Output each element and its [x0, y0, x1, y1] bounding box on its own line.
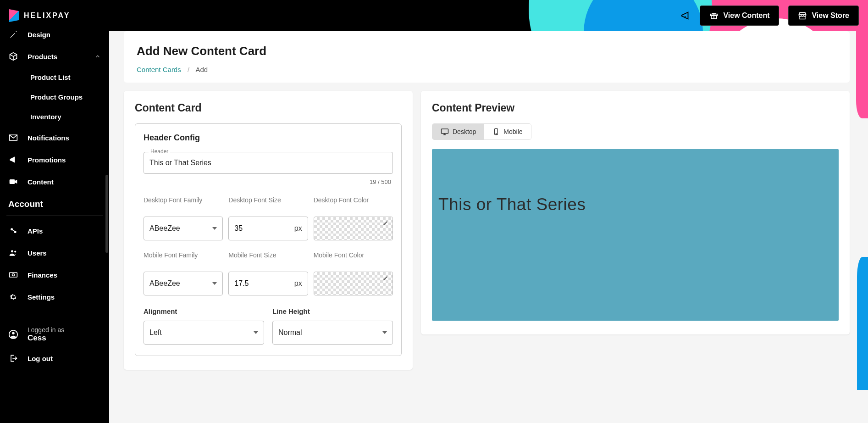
sidebar-item-promotions[interactable]: Promotions: [0, 149, 109, 171]
api-icon: [8, 226, 18, 236]
sidebar-item-inventory[interactable]: Inventory: [0, 107, 109, 127]
users-icon: [8, 248, 18, 258]
panel-title: Content Card: [135, 102, 402, 114]
svg-point-13: [496, 134, 497, 134]
header-input[interactable]: [149, 159, 387, 167]
mobile-font-color-label: Mobile Font Color: [314, 251, 393, 268]
announcements-icon[interactable]: [680, 11, 691, 21]
chevron-up-icon: [94, 53, 101, 60]
sidebar-scrollbar[interactable]: [105, 175, 108, 253]
sidebar-item-product-groups[interactable]: Product Groups: [0, 87, 109, 107]
svg-point-5: [11, 250, 13, 252]
mobile-font-size-input[interactable]: px: [228, 272, 308, 295]
view-content-button[interactable]: View Content: [700, 6, 779, 26]
video-icon: [8, 177, 18, 187]
header-label: Header: [149, 148, 170, 155]
mobile-font-family-label: Mobile Font Family: [144, 251, 223, 268]
chevron-down-icon: [212, 282, 217, 285]
mobile-icon: [492, 128, 500, 135]
view-store-button[interactable]: View Store: [788, 6, 859, 26]
header-actions: View Content View Store: [680, 6, 859, 26]
main-content: Add New Content Card Content Cards / Add…: [109, 31, 868, 423]
config-section-title: Header Config: [144, 133, 393, 143]
sidebar-item-users[interactable]: Users: [0, 242, 109, 264]
svg-point-8: [12, 274, 15, 276]
preview-mobile-tab[interactable]: Mobile: [484, 124, 531, 139]
char-count: 19 / 500: [144, 178, 393, 185]
desktop-font-color-label: Desktop Font Color: [314, 196, 393, 213]
cube-icon: [8, 51, 18, 61]
svg-point-10: [12, 332, 15, 335]
pencil-icon: [382, 220, 389, 226]
logout-icon: [8, 353, 18, 363]
desktop-font-color-picker[interactable]: [314, 217, 393, 240]
user-circle-icon: [8, 329, 18, 340]
pencil-icon: [382, 275, 389, 281]
megaphone-icon: [8, 155, 18, 165]
sidebar-item-settings[interactable]: Settings: [0, 286, 109, 308]
mobile-font-color-picker[interactable]: [314, 272, 393, 295]
desktop-font-size-label: Desktop Font Size: [228, 196, 308, 213]
preview-title: Content Preview: [432, 102, 839, 114]
header-config-box: Header Config Header 19 / 500 Desktop Fo…: [135, 123, 402, 356]
line-height-select[interactable]: Normal: [272, 321, 393, 345]
preview-canvas: This or That Series: [432, 149, 839, 321]
top-header: HELIXPAY View Content View Store: [0, 0, 868, 31]
svg-rect-2: [10, 179, 15, 184]
page-header-card: Add New Content Card Content Cards / Add: [124, 31, 850, 83]
header-field[interactable]: Header: [144, 152, 393, 174]
svg-point-6: [14, 250, 16, 252]
breadcrumb-current: Add: [195, 66, 208, 73]
breadcrumb-separator: /: [188, 66, 189, 73]
money-icon: [8, 270, 18, 280]
store-icon: [798, 11, 807, 20]
alignment-select[interactable]: Left: [144, 321, 264, 345]
gift-icon: [709, 11, 719, 20]
sidebar-item-design[interactable]: Design: [0, 23, 109, 45]
svg-rect-11: [442, 129, 448, 134]
sidebar-item-finances[interactable]: Finances: [0, 264, 109, 286]
page-title: Add New Content Card: [137, 44, 837, 58]
alignment-label: Alignment: [144, 307, 264, 315]
brush-icon: [8, 29, 18, 39]
svg-rect-7: [10, 273, 17, 277]
sidebar-item-product-list[interactable]: Product List: [0, 67, 109, 87]
sidebar-item-notifications[interactable]: Notifications: [0, 127, 109, 149]
brand-logo[interactable]: HELIXPAY: [9, 9, 70, 22]
sidebar-item-products[interactable]: Products: [0, 45, 109, 67]
content-preview-panel: Content Preview Desktop Mobile This or T…: [421, 91, 850, 334]
breadcrumb-parent[interactable]: Content Cards: [137, 66, 181, 73]
desktop-icon: [441, 128, 449, 136]
desktop-font-size-input[interactable]: px: [228, 217, 308, 240]
mail-icon: [8, 133, 18, 143]
line-height-label: Line Height: [272, 307, 393, 315]
sidebar-item-apis[interactable]: APIs: [0, 220, 109, 242]
content-card-panel: Content Card Header Config Header 19 / 5…: [124, 91, 413, 370]
logo-mark-icon: [9, 9, 19, 22]
mobile-font-family-select[interactable]: ABeeZee: [144, 272, 223, 295]
divider: [6, 216, 103, 216]
desktop-font-family-select[interactable]: ABeeZee: [144, 217, 223, 240]
sidebar-item-logout[interactable]: Log out: [0, 347, 109, 369]
gear-icon: [8, 292, 18, 302]
logged-in-info: Logged in as Cess: [0, 322, 109, 347]
preview-header-text: This or That Series: [438, 195, 832, 214]
mobile-font-size-label: Mobile Font Size: [228, 251, 308, 268]
chevron-down-icon: [212, 227, 217, 230]
breadcrumb: Content Cards / Add: [137, 66, 837, 73]
brand-name: HELIXPAY: [24, 11, 70, 20]
chevron-down-icon: [254, 331, 258, 334]
sidebar-section-account: Account: [0, 193, 109, 214]
chevron-down-icon: [382, 331, 387, 334]
desktop-font-family-label: Desktop Font Family: [144, 196, 223, 213]
sidebar-item-content[interactable]: Content: [0, 171, 109, 193]
preview-device-toggle: Desktop Mobile: [432, 123, 531, 140]
preview-desktop-tab[interactable]: Desktop: [432, 124, 484, 139]
sidebar: Design Products Product List Product Gro…: [0, 23, 109, 423]
